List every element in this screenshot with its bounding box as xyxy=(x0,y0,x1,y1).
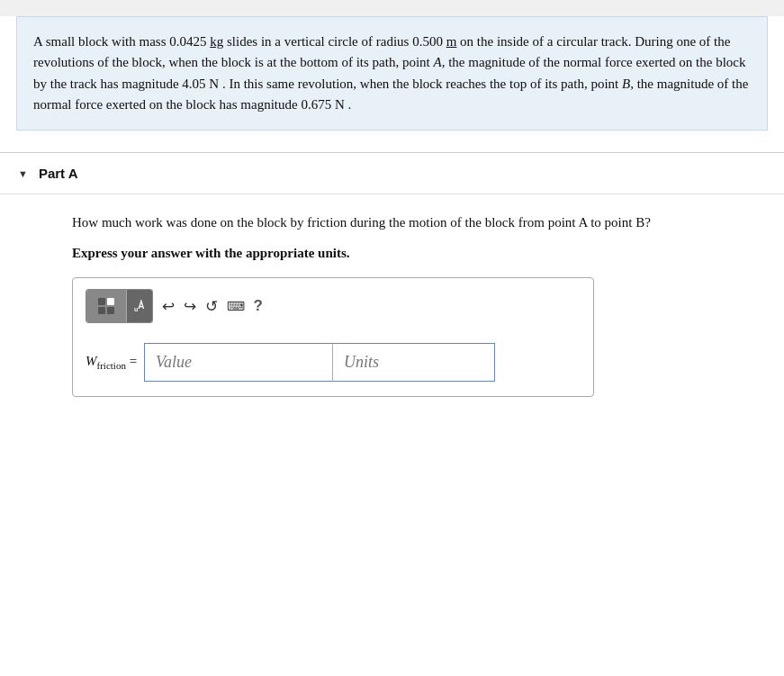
units-input[interactable] xyxy=(333,343,495,382)
help-button[interactable]: ? xyxy=(254,297,263,315)
unit-button[interactable]: uÅ xyxy=(127,290,152,322)
matrix-button[interactable] xyxy=(86,290,127,322)
undo-button[interactable]: ↩ xyxy=(162,297,175,316)
question-body: How much work was done on the block by f… xyxy=(72,215,651,230)
keyboard-icon[interactable]: ⌨ xyxy=(227,299,245,314)
refresh-button[interactable]: ↺ xyxy=(205,297,218,316)
page-container: A small block with mass 0.0425 kg slides… xyxy=(0,16,784,676)
answer-label: Wfriction = xyxy=(86,354,137,371)
input-row: Wfriction = xyxy=(86,343,581,382)
part-header[interactable]: ▼ Part A xyxy=(0,153,784,194)
part-label: Part A xyxy=(39,166,78,181)
toolbar-btn-group: uÅ xyxy=(86,289,153,323)
express-instruction: Express your answer with the appropriate… xyxy=(72,246,712,261)
unit-icon: uÅ xyxy=(134,301,145,312)
chevron-down-icon: ▼ xyxy=(18,168,28,179)
value-input[interactable] xyxy=(144,343,333,382)
matrix-icon xyxy=(94,294,119,318)
problem-text: A small block with mass 0.0425 kg slides… xyxy=(33,34,748,112)
problem-statement: A small block with mass 0.0425 kg slides… xyxy=(16,16,768,131)
toolbar: uÅ ↩ ↪ ↺ ⌨ ? xyxy=(86,289,581,330)
part-content: How much work was done on the block by f… xyxy=(0,194,784,415)
answer-box: uÅ ↩ ↪ ↺ ⌨ ? Wfriction = xyxy=(72,277,594,397)
redo-button[interactable]: ↪ xyxy=(184,297,196,316)
toolbar-actions: ↩ ↪ ↺ ⌨ ? xyxy=(162,297,263,316)
question-text: How much work was done on the block by f… xyxy=(72,212,712,233)
